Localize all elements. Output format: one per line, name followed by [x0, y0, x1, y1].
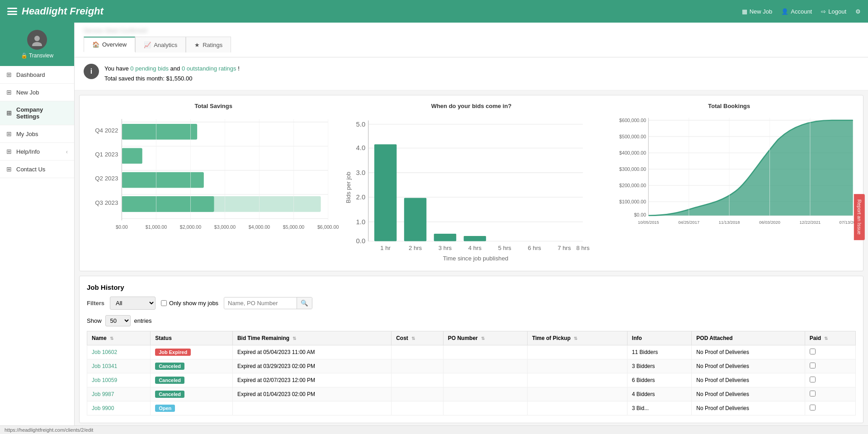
sidebar-item-my-jobs[interactable]: ⊞ My Jobs: [0, 125, 74, 143]
header-blur-text: Service Steel Confirmed: [84, 27, 859, 34]
search-input[interactable]: [224, 297, 297, 309]
job-link[interactable]: Job 10341: [92, 363, 117, 369]
svg-text:$4,000.00: $4,000.00: [249, 224, 270, 230]
svg-text:4.0: 4.0: [356, 145, 366, 152]
cell-info: 3 Bid...: [627, 401, 692, 415]
tab-ratings[interactable]: ★ Ratings: [186, 37, 231, 52]
cell-po: [443, 345, 527, 359]
total-bookings-title: Total Bookings: [603, 103, 856, 109]
sidebar-item-company-settings[interactable]: ⊞ Company Settings: [0, 101, 74, 125]
cell-pod: No Proof of Deliveries: [692, 345, 805, 359]
cell-bid-time: Expired at 01/04/2023 02:00 PM: [232, 387, 391, 401]
cell-name: Job 10059: [87, 373, 151, 387]
status-badge: Job Expired: [155, 349, 191, 356]
paid-checkbox[interactable]: [810, 349, 816, 354]
hamburger-menu[interactable]: [7, 8, 17, 15]
new-job-link[interactable]: ▦ New Job: [742, 8, 773, 15]
sidebar-item-contact-us[interactable]: ⊞ Contact Us: [0, 160, 74, 178]
svg-text:04/25/2017: 04/25/2017: [678, 221, 699, 225]
job-link[interactable]: Job 10602: [92, 349, 117, 355]
svg-text:3 hrs: 3 hrs: [439, 245, 452, 251]
only-my-jobs-label[interactable]: Only show my jobs: [161, 300, 218, 307]
table-row: Job 10602 Job Expired Expired at 05/04/2…: [87, 345, 856, 359]
cell-info: 6 Bidders: [627, 373, 692, 387]
col-paid[interactable]: Paid ⇅: [805, 331, 855, 345]
entries-select[interactable]: 10 25 50 100: [105, 315, 131, 326]
cell-po: [443, 387, 527, 401]
svg-rect-44: [374, 144, 396, 241]
sort-name-icon: ⇅: [110, 336, 113, 341]
search-wrap: 🔍: [224, 297, 312, 309]
table-row: Job 9900 Open 3 Bid... No Proof of Deliv…: [87, 401, 856, 415]
cell-status: Job Expired: [151, 345, 233, 359]
svg-text:$5,000.00: $5,000.00: [283, 224, 304, 230]
svg-point-0: [34, 36, 40, 41]
svg-text:5 hrs: 5 hrs: [498, 245, 512, 251]
job-link[interactable]: Job 9987: [92, 391, 114, 397]
svg-text:Q2 2023: Q2 2023: [95, 175, 118, 182]
paid-checkbox[interactable]: [810, 405, 816, 410]
sidebar-item-help[interactable]: ⊞ Help/Info ‹: [0, 143, 74, 160]
paid-checkbox[interactable]: [810, 363, 816, 368]
svg-rect-47: [464, 236, 486, 241]
svg-text:Q3 2023: Q3 2023: [95, 199, 118, 206]
cell-paid: [805, 345, 855, 359]
svg-rect-16: [122, 196, 214, 212]
cell-po: [443, 373, 527, 387]
paid-checkbox[interactable]: [810, 377, 816, 382]
new-job-icon: ⊞: [6, 89, 12, 96]
col-po[interactable]: PO Number ⇅: [443, 331, 527, 345]
cell-pickup: [527, 373, 627, 387]
status-filter-select[interactable]: All Active Completed Canceled Expired: [110, 297, 156, 310]
job-link[interactable]: Job 10059: [92, 377, 117, 383]
pending-bids-link[interactable]: 0 pending bids: [130, 65, 169, 72]
svg-text:1.0: 1.0: [356, 218, 366, 226]
col-info[interactable]: Info: [627, 331, 692, 345]
sidebar-item-dashboard[interactable]: ⊞ Dashboard: [0, 66, 74, 84]
sort-cost-icon: ⇅: [411, 336, 415, 341]
svg-text:8 hrs: 8 hrs: [576, 245, 590, 251]
col-pod[interactable]: POD Attached: [692, 331, 805, 345]
col-pickup[interactable]: Time of Pickup ⇅: [527, 331, 627, 345]
col-status[interactable]: Status: [151, 331, 233, 345]
info-text: You have 0 pending bids and 0 outstandin…: [104, 64, 240, 84]
logout-icon: ⇨: [821, 8, 826, 15]
svg-point-1: [32, 42, 42, 46]
table-row: Job 10341 Canceled Expired at 03/29/2023…: [87, 359, 856, 373]
svg-text:4 hrs: 4 hrs: [468, 245, 482, 251]
content-header: Service Steel Confirmed 🏠 Overview 📈 Ana…: [75, 23, 868, 57]
svg-rect-45: [404, 198, 426, 241]
settings-icon-link[interactable]: ⚙: [855, 8, 861, 15]
status-url: https://headlightfreight.com/clients/2/e…: [5, 427, 93, 433]
search-button[interactable]: 🔍: [297, 297, 312, 309]
sidebar-item-new-job[interactable]: ⊞ New Job: [0, 84, 74, 101]
svg-text:Q1 2023: Q1 2023: [95, 151, 118, 158]
svg-text:$300,000.00: $300,000.00: [619, 166, 646, 172]
bid-timing-chart: When do your bids come in? 5.0 4.0 3.0 2…: [344, 103, 598, 264]
account-link[interactable]: 👤 Account: [781, 8, 812, 15]
outstanding-ratings-link[interactable]: 0 outstanding ratings: [182, 65, 236, 72]
bid-timing-svg: 5.0 4.0 3.0 2.0 1.0 0.0: [344, 113, 598, 262]
col-name[interactable]: Name ⇅: [87, 331, 151, 345]
cell-paid: [805, 359, 855, 373]
logout-link[interactable]: ⇨ Logout: [821, 8, 846, 15]
col-cost[interactable]: Cost ⇅: [392, 331, 443, 345]
paid-checkbox[interactable]: [810, 391, 816, 396]
tab-overview[interactable]: 🏠 Overview: [84, 37, 135, 52]
cell-po: [443, 401, 527, 415]
svg-text:$600,000.00: $600,000.00: [619, 118, 646, 123]
sort-paid-icon: ⇅: [824, 336, 828, 341]
only-my-jobs-checkbox[interactable]: [161, 300, 167, 306]
cell-info: 4 Bidders: [627, 387, 692, 401]
job-link[interactable]: Job 9900: [92, 405, 114, 411]
cell-info: 11 Bidders: [627, 345, 692, 359]
cell-status: Canceled: [151, 387, 233, 401]
col-bid-time[interactable]: Bid Time Remaining ⇅: [232, 331, 391, 345]
cell-pickup: [527, 387, 627, 401]
svg-text:11/13/2018: 11/13/2018: [718, 221, 740, 225]
cell-status: Open: [151, 401, 233, 415]
report-issue-tab[interactable]: Report an Issue: [854, 194, 865, 240]
tab-analytics[interactable]: 📈 Analytics: [135, 37, 186, 52]
svg-text:$2,000.00: $2,000.00: [180, 224, 201, 230]
dashboard-icon: ⊞: [6, 71, 12, 78]
